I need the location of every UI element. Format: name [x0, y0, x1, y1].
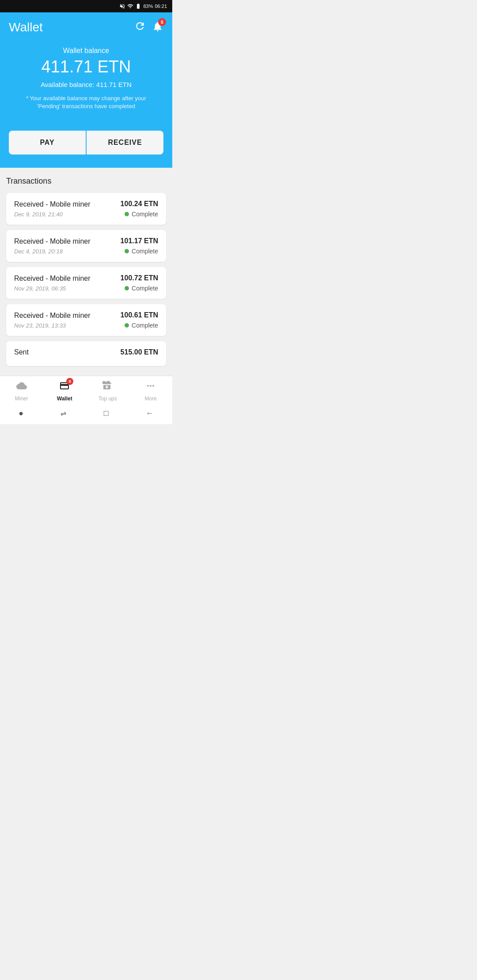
nav-wallet-label: Wallet [57, 396, 72, 402]
available-balance: Available balance: 411.71 ETN [9, 81, 163, 88]
action-buttons: PAY RECEIVE [9, 131, 163, 155]
tx-status-label: Complete [132, 322, 158, 329]
tx-status-label: Complete [132, 248, 158, 255]
transaction-card-partial[interactable]: Sent 515.00 ETN [6, 341, 166, 366]
tx-date: Nov 23, 2019, 13:33 [14, 322, 91, 329]
tx-description: Received - Mobile miner [14, 200, 91, 208]
header-top: Wallet 6 [9, 20, 163, 34]
nav-topups[interactable]: Top ups [86, 381, 129, 402]
refresh-button[interactable] [134, 20, 146, 34]
tx-amount-status: 100.24 ETN Complete [121, 200, 158, 218]
tx-status: Complete [125, 211, 158, 218]
tx-info: Received - Mobile miner Nov 29, 2019, 06… [14, 275, 91, 292]
nav-miner-label: Miner [15, 396, 28, 402]
tx-amount: 100.24 ETN [121, 200, 158, 208]
android-recents-btn[interactable]: ⇌ [61, 409, 66, 418]
transaction-card[interactable]: Received - Mobile miner Nov 23, 2019, 13… [6, 304, 166, 336]
nav-more[interactable]: More [129, 381, 173, 402]
nav-wallet[interactable]: 6 Wallet [43, 381, 87, 402]
pay-button[interactable]: PAY [9, 131, 86, 155]
balance-note: * Your available balance may change afte… [9, 94, 163, 110]
transactions-section: Transactions Received - Mobile miner Dec… [0, 168, 172, 376]
tx-description: Received - Mobile miner [14, 275, 91, 283]
status-dot-icon [125, 323, 129, 328]
wallet-nav-badge: 6 [66, 378, 73, 385]
more-icon [145, 381, 156, 394]
status-dot-icon [125, 249, 129, 253]
tx-amount-status: 100.61 ETN Complete [121, 311, 158, 329]
header-actions: 6 [134, 20, 163, 34]
bottom-nav: Miner 6 Wallet Top ups More [0, 376, 172, 404]
receive-button[interactable]: RECEIVE [87, 131, 163, 155]
tx-amount: 100.61 ETN [121, 311, 158, 319]
time-display: 06:21 [155, 4, 167, 9]
tx-info: Received - Mobile miner Dec 9, 2019, 21:… [14, 200, 91, 218]
battery-icon [135, 3, 141, 9]
tx-info: Sent [14, 348, 29, 359]
mute-icon [119, 3, 125, 9]
transaction-card[interactable]: Received - Mobile miner Dec 4, 2019, 20:… [6, 230, 166, 262]
tx-date: Nov 29, 2019, 06:35 [14, 285, 91, 292]
status-dot-icon [125, 286, 129, 290]
tx-amount: 101.17 ETN [121, 237, 158, 245]
tx-date: Dec 4, 2019, 20:18 [14, 248, 91, 255]
transaction-card[interactable]: Received - Mobile miner Dec 9, 2019, 21:… [6, 193, 166, 225]
wallet-nav-icon: 6 [59, 381, 70, 394]
android-back-btn[interactable]: ← [146, 409, 154, 418]
android-nav: ● ⇌ □ ← [0, 404, 172, 424]
transaction-card[interactable]: Received - Mobile miner Nov 29, 2019, 06… [6, 267, 166, 299]
wallet-header: Wallet 6 Wallet balance 411.71 ETN Avail… [0, 12, 172, 168]
status-icons: 83% 06:21 [119, 3, 167, 9]
page-title: Wallet [9, 20, 43, 34]
tx-status: Complete [125, 285, 158, 292]
nav-topups-label: Top ups [98, 396, 117, 402]
tx-amount-status: 100.72 ETN Complete [121, 274, 158, 292]
status-dot-icon [125, 212, 129, 216]
tx-amount-status: 515.00 ETN [121, 348, 158, 359]
tx-status-label: Complete [132, 211, 158, 218]
tx-amount: 100.72 ETN [121, 274, 158, 282]
balance-section: Wallet balance 411.71 ETN Available bala… [9, 47, 163, 121]
tx-info: Received - Mobile miner Nov 23, 2019, 13… [14, 312, 91, 329]
transaction-list: Received - Mobile miner Dec 9, 2019, 21:… [6, 193, 166, 366]
android-overview-btn[interactable]: □ [104, 409, 109, 418]
tx-amount-status: 101.17 ETN Complete [121, 237, 158, 255]
tx-info: Received - Mobile miner Dec 4, 2019, 20:… [14, 237, 91, 255]
transactions-title: Transactions [6, 177, 166, 186]
topups-icon [102, 381, 113, 394]
tx-status-label: Complete [132, 285, 158, 292]
tx-description: Received - Mobile miner [14, 312, 91, 320]
tx-description: Received - Mobile miner [14, 237, 91, 245]
battery-percent: 83% [143, 4, 153, 9]
tx-status: Complete [125, 248, 158, 255]
notification-button[interactable]: 6 [152, 21, 163, 34]
cloud-icon [16, 381, 27, 394]
android-home-btn[interactable]: ● [19, 409, 23, 418]
tx-amount: 515.00 ETN [121, 348, 158, 356]
nav-more-label: More [145, 396, 157, 402]
nav-miner[interactable]: Miner [0, 381, 43, 402]
balance-label: Wallet balance [9, 47, 163, 55]
tx-date: Dec 9, 2019, 21:40 [14, 211, 91, 218]
notification-badge: 6 [158, 18, 166, 26]
tx-status: Complete [125, 322, 158, 329]
balance-amount: 411.71 ETN [9, 57, 163, 76]
wifi-icon [127, 3, 133, 9]
tx-description: Sent [14, 348, 29, 356]
status-bar: 83% 06:21 [0, 0, 172, 12]
